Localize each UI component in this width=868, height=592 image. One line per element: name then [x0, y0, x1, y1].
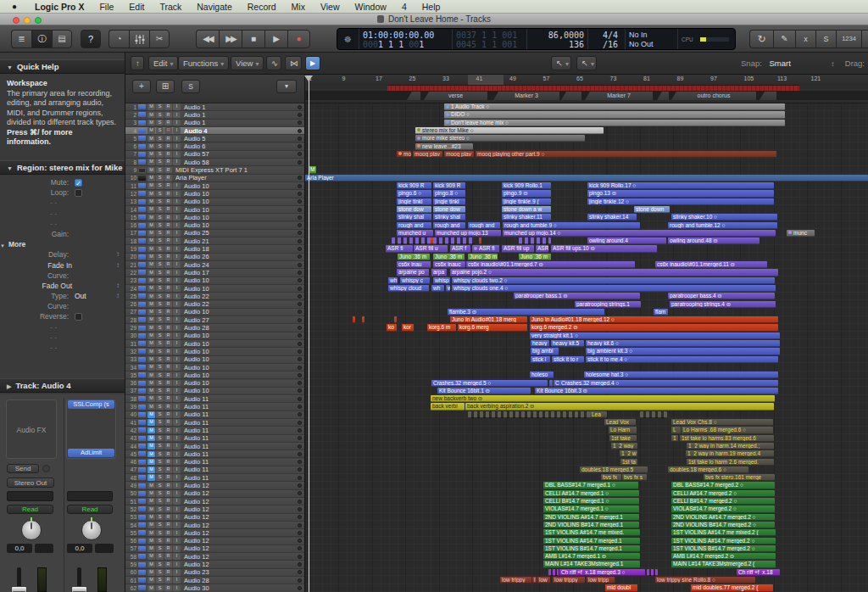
title-bar[interactable]: Don't Leave Home - Tracks [0, 14, 868, 25]
solo-button[interactable]: S [156, 325, 164, 332]
region[interactable]: w [446, 285, 450, 292]
region[interactable]: ASR f [450, 245, 470, 252]
mute-button[interactable]: M [147, 419, 155, 426]
input-monitor-button[interactable]: I [173, 506, 181, 513]
record-enable-button[interactable]: R [164, 364, 172, 371]
region[interactable]: CELLI B#14.7 merged.1 ○ [543, 498, 639, 505]
solo-button[interactable]: S [156, 182, 164, 189]
solo-button[interactable]: S [156, 553, 164, 560]
solo-button[interactable]: S [156, 206, 164, 213]
track-row[interactable]: 11MSRIAudio 10 [125, 182, 305, 190]
solo-button[interactable]: S [156, 349, 164, 355]
region[interactable]: 1st take lo harm 2.6 merged. [687, 459, 774, 466]
solo-button[interactable]: S [156, 167, 164, 174]
solo-button[interactable]: S [156, 538, 164, 545]
track-row[interactable]: 54MSRIAudio 12 [125, 522, 305, 529]
mute-button[interactable]: M [147, 585, 155, 592]
mute-button[interactable]: M [147, 127, 155, 134]
input-monitor-button[interactable]: I [173, 538, 181, 545]
plugin-slot[interactable]: SSLComp (s [68, 400, 114, 409]
mute-button[interactable]: M [147, 103, 155, 110]
input-monitor-button[interactable]: I [173, 340, 181, 347]
solo-button[interactable]: S [156, 198, 164, 205]
input-monitor-button[interactable]: I [173, 561, 181, 568]
region[interactable] [431, 237, 433, 244]
input-monitor-button[interactable]: I [173, 222, 181, 229]
region-inspector-header[interactable]: ▼Region: stereo mix for Mike [0, 160, 125, 175]
region[interactable]: ASR [536, 245, 548, 252]
track-row[interactable]: 42MSRIAudio 11 [125, 427, 305, 434]
region[interactable]: korg.6 m [427, 324, 456, 331]
rewind-button[interactable]: ◀◀ [196, 30, 219, 48]
marker[interactable] [407, 92, 420, 100]
command-click-tool-menu[interactable]: ↖▾ [576, 56, 597, 70]
region[interactable]: owling around.4 [587, 237, 666, 244]
tools-button[interactable]: ✂ [149, 30, 170, 48]
solo-button[interactable]: S [156, 483, 164, 489]
input-monitor-button[interactable]: I [173, 411, 181, 418]
region[interactable]: munc [787, 230, 815, 237]
record-enable-button[interactable]: R [164, 577, 172, 584]
volume-fader[interactable] [11, 586, 27, 592]
stop-button[interactable]: ■ [242, 30, 264, 48]
record-enable-button[interactable]: R [164, 435, 172, 442]
mute-button[interactable]: M [147, 459, 155, 466]
track-row[interactable]: 59MSRIAudio 12 [125, 561, 305, 568]
region[interactable]: cs6x inaudio\#01.1merged.11 ⊙ [655, 261, 767, 268]
snap-stepper[interactable]: ↕ [831, 60, 834, 68]
flex-button[interactable]: ∿ [266, 56, 281, 70]
region[interactable]: stone dow [397, 206, 431, 213]
region[interactable]: slinky shal [433, 214, 465, 221]
region[interactable]: jingle tinkl [433, 198, 465, 205]
region-param-checkbox[interactable] [75, 313, 82, 321]
solo-button[interactable]: S [156, 530, 164, 537]
input-monitor-button[interactable]: I [173, 577, 181, 584]
region[interactable]: AMB L#14.7 merged.2 ⊙ [671, 553, 776, 560]
region[interactable]: slinky shaker.14 [587, 214, 637, 221]
record-enable-button[interactable]: R [164, 206, 172, 213]
track-row[interactable]: 3MSRIAudio 1 [125, 120, 305, 127]
record-enable-button[interactable]: R [164, 490, 172, 497]
region[interactable]: ASR fill up [502, 245, 534, 252]
region[interactable]: M [309, 166, 316, 173]
region[interactable]: pingo.8 ○ [433, 190, 465, 197]
region[interactable]: kor [402, 324, 414, 331]
input-monitor-button[interactable]: I [173, 254, 181, 260]
region[interactable]: low trippy [553, 577, 585, 584]
region[interactable]: paratrooper bass.4 ⊙ [668, 293, 775, 299]
record-enable-button[interactable]: R [164, 127, 172, 134]
track-row[interactable]: 30MSRIAudio 10 [125, 332, 305, 340]
marker[interactable] [561, 92, 581, 100]
apple-menu-icon[interactable]: ● [12, 2, 17, 11]
duplicate-track-button[interactable]: ⊞ [156, 80, 175, 93]
record-enable-button[interactable]: R [164, 175, 172, 182]
menu-item-navigate[interactable]: Navigate [189, 2, 239, 12]
track-row[interactable]: 40MSRIAudio 11 [125, 411, 305, 419]
solo-button[interactable]: S [156, 127, 164, 134]
input-monitor-button[interactable]: I [173, 182, 181, 189]
region[interactable]: back verbing aspiration.2 ⊙ [465, 403, 774, 410]
region[interactable]: Crashes.32 merged.4 ○ [559, 380, 778, 387]
track-row[interactable]: 25MSRIAudio 22 [125, 293, 305, 300]
lcd-settings-gear-icon[interactable]: ☸ [337, 29, 359, 49]
smart-controls-button[interactable]: ◔ [108, 30, 129, 48]
record-enable-button[interactable]: R [164, 246, 172, 253]
input-monitor-button[interactable]: I [173, 285, 181, 292]
autopunch-button[interactable]: ✎ [773, 30, 795, 48]
solo-button[interactable]: S [156, 569, 164, 576]
input-monitor-button[interactable]: I [173, 325, 181, 332]
mute-button[interactable]: M [147, 112, 155, 119]
mute-button[interactable]: M [147, 309, 155, 316]
region[interactable]: 1ST VIOLINS B#14.7 merged.1 [543, 545, 640, 552]
input-monitor-button[interactable]: I [173, 483, 181, 489]
marker-outro-chorus[interactable]: outro chorus [671, 92, 756, 100]
region[interactable]: l [532, 577, 537, 584]
add-track-button[interactable]: + [132, 80, 151, 93]
marker-marker-3[interactable]: Marker 3 [493, 92, 559, 100]
track-row[interactable]: 4MSRIAudio 4 [125, 127, 305, 135]
track-row[interactable]: 14MSRIAudio 10 [125, 206, 305, 214]
region[interactable]: 1ST VIOLINS A#14.7 merged.2 ○ [671, 538, 776, 545]
region[interactable]: stereo mix for Mike ○ [415, 127, 604, 134]
region[interactable]: whispy cloud [388, 285, 429, 292]
record-enable-button[interactable]: R [164, 545, 172, 552]
